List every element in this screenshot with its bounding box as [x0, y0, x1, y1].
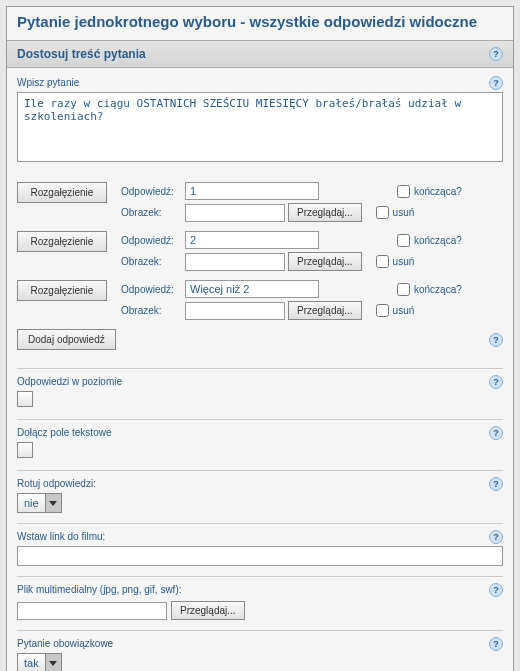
help-icon[interactable]: ?: [489, 477, 503, 491]
answer-input[interactable]: [185, 280, 319, 298]
add-answer-button[interactable]: Dodaj odpowiedź: [17, 329, 116, 350]
browse-button[interactable]: Przeglądaj...: [288, 252, 362, 271]
add-textfield-label: Dołącz pole tekstowe: [17, 427, 112, 438]
answer-field-label: Odpowiedź:: [121, 235, 185, 246]
browse-button[interactable]: Przeglądaj...: [288, 301, 362, 320]
horizontal-answers-label: Odpowiedzi w poziomie: [17, 376, 122, 387]
delete-checkbox[interactable]: [376, 304, 389, 317]
help-icon[interactable]: ?: [489, 375, 503, 389]
movie-link-input[interactable]: [17, 546, 503, 566]
delete-checkbox[interactable]: [376, 255, 389, 268]
browse-button[interactable]: Przeglądaj...: [171, 601, 245, 620]
divider: [17, 576, 503, 577]
chevron-down-icon: [45, 494, 61, 512]
divider: [17, 470, 503, 471]
ending-checkbox-wrap[interactable]: kończąca?: [397, 185, 462, 198]
ending-checkbox-wrap[interactable]: kończąca?: [397, 283, 462, 296]
delete-checkbox[interactable]: [376, 206, 389, 219]
divider: [17, 419, 503, 420]
section-title: Dostosuj treść pytania: [17, 47, 146, 61]
horizontal-answers-checkbox[interactable]: [17, 391, 33, 407]
ending-checkbox-wrap[interactable]: kończąca?: [397, 234, 462, 247]
branch-button[interactable]: Rozgałęzienie: [17, 280, 107, 301]
answer-row: Rozgałęzienie Odpowiedź: kończąca? Obraz…: [17, 182, 503, 225]
required-question-label: Pytanie obowiązkowe: [17, 638, 113, 649]
divider: [17, 630, 503, 631]
ending-checkbox[interactable]: [397, 234, 410, 247]
image-file-input[interactable]: [185, 302, 285, 320]
branch-button[interactable]: Rozgałęzienie: [17, 231, 107, 252]
answers-block: Rozgałęzienie Odpowiedź: kończąca? Obraz…: [17, 182, 503, 358]
image-field-label: Obrazek:: [121, 305, 185, 316]
delete-checkbox-wrap[interactable]: usuń: [376, 255, 415, 268]
image-field-label: Obrazek:: [121, 207, 185, 218]
answer-field-label: Odpowiedź:: [121, 186, 185, 197]
ending-checkbox[interactable]: [397, 283, 410, 296]
movie-link-label: Wstaw link do filmu:: [17, 531, 105, 542]
browse-button[interactable]: Przeglądaj...: [288, 203, 362, 222]
page-title: Pytanie jednokrotnego wyboru - wszystkie…: [7, 7, 513, 40]
question-editor-panel: Pytanie jednokrotnego wyboru - wszystkie…: [6, 6, 514, 671]
help-icon[interactable]: ?: [489, 47, 503, 61]
answer-row: Rozgałęzienie Odpowiedź: kończąca? Obraz…: [17, 280, 503, 323]
add-textfield-checkbox[interactable]: [17, 442, 33, 458]
answer-input[interactable]: [185, 182, 319, 200]
help-icon[interactable]: ?: [489, 583, 503, 597]
question-label: Wpisz pytanie: [17, 77, 79, 88]
answer-input[interactable]: [185, 231, 319, 249]
branch-button[interactable]: Rozgałęzienie: [17, 182, 107, 203]
answer-row: Rozgałęzienie Odpowiedź: kończąca? Obraz…: [17, 231, 503, 274]
section-header: Dostosuj treść pytania ?: [7, 40, 513, 68]
help-icon[interactable]: ?: [489, 333, 503, 347]
delete-checkbox-wrap[interactable]: usuń: [376, 206, 415, 219]
rotate-answers-select[interactable]: nie: [17, 493, 62, 513]
answer-field-label: Odpowiedź:: [121, 284, 185, 295]
help-icon[interactable]: ?: [489, 426, 503, 440]
question-text-input[interactable]: Ile razy w ciągu OSTATNICH SZEŚCIU MIESI…: [17, 92, 503, 162]
chevron-down-icon: [45, 654, 61, 671]
image-field-label: Obrazek:: [121, 256, 185, 267]
ending-checkbox[interactable]: [397, 185, 410, 198]
media-file-input[interactable]: [17, 602, 167, 620]
divider: [17, 523, 503, 524]
delete-checkbox-wrap[interactable]: usuń: [376, 304, 415, 317]
help-icon[interactable]: ?: [489, 637, 503, 651]
required-question-select[interactable]: tak: [17, 653, 62, 671]
image-file-input[interactable]: [185, 253, 285, 271]
rotate-answers-label: Rotuj odpowiedzi:: [17, 478, 96, 489]
media-file-label: Plik multimedialny (jpg, png, gif, swf):: [17, 584, 182, 595]
divider: [17, 368, 503, 369]
help-icon[interactable]: ?: [489, 76, 503, 90]
image-file-input[interactable]: [185, 204, 285, 222]
help-icon[interactable]: ?: [489, 530, 503, 544]
